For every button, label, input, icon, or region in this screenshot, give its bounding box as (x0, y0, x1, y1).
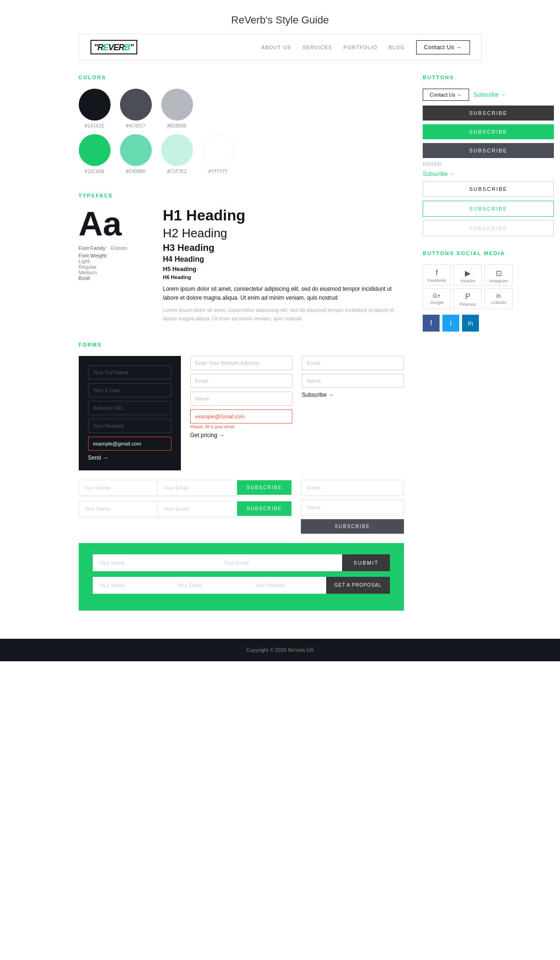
swatch-label-green: #1DCA6B (84, 169, 104, 174)
h2-sample: H2 Heading (163, 226, 404, 241)
right-form-subscribe-label: Subscribe → (302, 392, 334, 398)
inline-row2-name[interactable] (79, 501, 158, 517)
light-form-error-email[interactable] (190, 409, 292, 423)
swatch-white: #ffffff (202, 134, 234, 174)
nav-about[interactable]: ABOUT US (261, 45, 291, 50)
subscribe-dark-button[interactable]: SUBSCRIBE (423, 106, 554, 121)
logo: "REVERB" (90, 40, 137, 54)
swatch-gray: #B5B8BE (161, 89, 193, 129)
color-row-1: #14161E #4C4E57 #B5B8BE (79, 89, 404, 129)
light-form-email[interactable] (190, 374, 292, 388)
inline-right-name[interactable] (301, 499, 404, 515)
fw-regular: Regular (79, 264, 154, 270)
nav-blog[interactable]: BLOG (388, 45, 405, 50)
green-form2-website[interactable] (248, 577, 326, 594)
colors-section: COLORS #14161E #4C4E57 #B5B8BE (79, 75, 404, 174)
social-linkedin-button[interactable]: in Linkedin (485, 288, 513, 309)
typeface-grid: Aa Font Family: Roboto Font Weight: Ligh… (79, 207, 404, 323)
social-google-button[interactable]: G+ Google (423, 288, 451, 309)
google-icon: G+ (433, 293, 441, 299)
buttons-label: BUTTONS (423, 75, 554, 80)
right-form-subscribe-button[interactable]: Subscribe → (302, 392, 334, 398)
typeface-section: TYPEFACE Aa Font Family: Roboto Font Wei… (79, 193, 404, 323)
subscribe-charcoal-button[interactable]: SUBSCRIBE (423, 143, 554, 158)
pinterest-icon: P (465, 293, 470, 301)
social-pinterest-button[interactable]: P Pinterest (454, 288, 482, 309)
social-facebook-button[interactable]: f Facebook (423, 265, 451, 286)
pinterest-label: Pinterest (459, 302, 476, 307)
green-form1-submit-button[interactable]: SUBMIT (342, 554, 390, 571)
dark-form-request[interactable] (88, 419, 172, 433)
twitter-color-button[interactable]: t (442, 315, 459, 332)
hover-subscribe-link[interactable]: Subscribe → (423, 171, 455, 177)
hover-btn-3[interactable]: SUBSCRIBE (423, 220, 554, 236)
headings-col: H1 Heading H2 Heading H3 Heading H4 Head… (163, 207, 404, 323)
font-family-value: Roboto (111, 245, 127, 251)
dark-form-send-button[interactable]: Send → (88, 454, 108, 461)
nav-contact-button[interactable]: Contact Us → (416, 40, 470, 54)
green-form2-name[interactable] (93, 577, 171, 594)
inline-row1-subscribe-button[interactable]: SUBSCRIBE (237, 480, 291, 495)
inline-forms-right: SUBSCRIBE (301, 480, 404, 534)
swatch-label-gray: #B5B8BE (167, 123, 187, 129)
send-btn-label: Send → (88, 454, 108, 461)
swatch-light-green: #69DBB0 (120, 134, 152, 174)
dark-form-error-email[interactable] (88, 437, 172, 451)
swatch-circle-dark (79, 89, 111, 121)
social-instagram-button[interactable]: ⊡ Instagram (485, 265, 513, 286)
green-form2-proposal-button[interactable]: GET A PROPOSAL (326, 577, 390, 594)
linkedin-color-button[interactable]: in (462, 315, 479, 332)
green-form-row-1: SUBMIT (93, 554, 390, 571)
swatch-circle-white (202, 134, 234, 166)
inline-right-email[interactable] (301, 480, 404, 496)
swatch-label-dark: #14161E (84, 123, 104, 129)
green-form2-email[interactable] (171, 577, 248, 594)
linkedin-icon: in (496, 293, 500, 299)
swatch-circle-pale-green (161, 134, 193, 166)
right-form: Subscribe → (302, 356, 404, 470)
dark-form: Send → (79, 356, 181, 470)
contact-outline-button[interactable]: Contact Us → (423, 89, 469, 101)
right-form-email[interactable] (302, 356, 404, 370)
h1-sample: H1 Heading (163, 207, 404, 224)
forms-grid: Send → Please, fill in your email Get pr… (79, 356, 404, 470)
dark-form-email[interactable] (88, 383, 172, 397)
inline-row1-email[interactable] (158, 480, 237, 496)
footer: Copyright © 2020 ReVerb US (0, 639, 560, 661)
typeface-left: Aa Font Family: Roboto Font Weight: Ligh… (79, 207, 154, 323)
forms-label: FORMS (79, 342, 404, 348)
subscribe-link-button[interactable]: Subscribe → (474, 91, 506, 98)
subscribe-green-button[interactable]: SUBSCRIBE (423, 124, 554, 139)
dark-form-website[interactable] (88, 401, 172, 415)
aa-sample: Aa (79, 207, 154, 241)
h6-sample: H6 Heading (163, 274, 404, 280)
right-form-name[interactable] (302, 374, 404, 388)
nav-services[interactable]: SERVICES (302, 45, 332, 50)
inline-right-subscribe-button[interactable]: SUBSCRIBE (301, 519, 404, 534)
light-form-website[interactable] (190, 356, 292, 370)
font-meta: Font Family: Roboto Font Weight: Light R… (79, 245, 154, 281)
para-dark: Lorem ipsum dolor sit amet, consectetur … (163, 285, 404, 302)
nav-portfolio[interactable]: PORTFOLIO (343, 45, 377, 50)
inline-row2-email[interactable] (158, 501, 237, 517)
swatch-label-pale-green: #C5F3E2 (167, 169, 187, 174)
green-form1-email[interactable] (217, 554, 342, 571)
light-form-name[interactable] (190, 392, 292, 406)
error-message: Please, fill in your email (190, 424, 292, 429)
swatch-circle-gray (161, 89, 193, 121)
social-youtube-button[interactable]: ▶ Youtube (454, 265, 482, 286)
green-form1-name[interactable] (93, 554, 217, 571)
hover-btn-1[interactable]: SUBSCRIBE (423, 181, 554, 197)
light-form: Please, fill in your email Get pricing → (190, 356, 292, 470)
facebook-color-button[interactable]: f (423, 315, 440, 332)
fw-light: Light (79, 258, 154, 264)
swatch-green: #1DCA6B (79, 134, 111, 174)
get-pricing-button[interactable]: Get pricing → (190, 432, 224, 438)
hover-btn-2[interactable]: SUBSCRIBE (423, 201, 554, 217)
inline-row2-subscribe-button[interactable]: SUBSCRIBE (237, 501, 291, 516)
inline-row1-name[interactable] (79, 480, 158, 496)
swatch-circle-green (79, 134, 111, 166)
h3-sample: H3 Heading (163, 242, 404, 253)
dark-form-fullname[interactable] (88, 365, 172, 379)
fw-medium: Medium (79, 270, 154, 275)
